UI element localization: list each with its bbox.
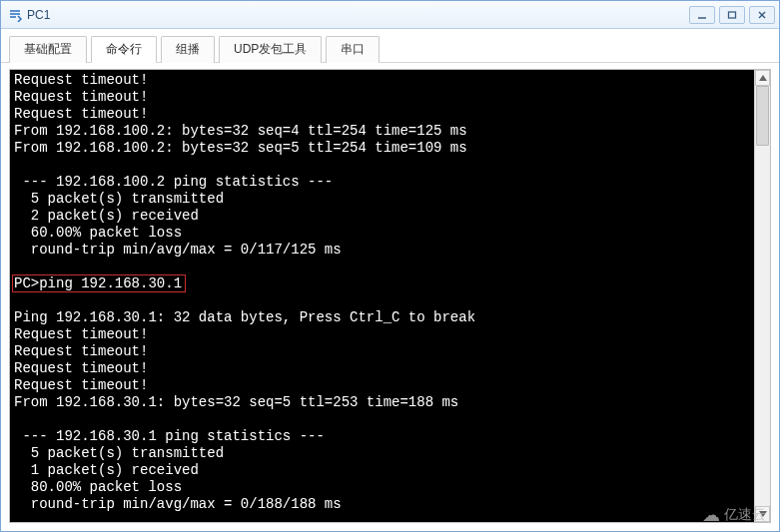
- terminal[interactable]: Request timeout! Request timeout! Reques…: [10, 70, 754, 522]
- svg-marker-4: [759, 75, 767, 81]
- scroll-thumb[interactable]: [756, 86, 769, 146]
- scroll-up-button[interactable]: [755, 70, 770, 86]
- app-icon: [7, 7, 23, 23]
- terminal-container: Request timeout! Request timeout! Reques…: [9, 69, 771, 523]
- tabbar: 基础配置 命令行 组播 UDP发包工具 串口: [1, 29, 779, 63]
- svg-marker-5: [759, 511, 767, 517]
- tab-basic-config[interactable]: 基础配置: [9, 36, 87, 63]
- close-button[interactable]: [749, 6, 775, 24]
- minimize-button[interactable]: [689, 6, 715, 24]
- command-highlight-box: [12, 274, 186, 292]
- titlebar: PC1: [1, 1, 779, 29]
- maximize-button[interactable]: [719, 6, 745, 24]
- window-title: PC1: [27, 8, 689, 22]
- app-window: PC1 基础配置 命令行 组播 UDP发包工具 串口 Request timeo…: [0, 0, 780, 532]
- tab-serial[interactable]: 串口: [326, 36, 380, 63]
- tab-command-line[interactable]: 命令行: [91, 36, 157, 63]
- svg-rect-1: [729, 12, 736, 18]
- tab-multicast[interactable]: 组播: [161, 36, 215, 63]
- window-buttons: [689, 6, 775, 24]
- scroll-down-button[interactable]: [755, 506, 770, 522]
- terminal-scrollbar[interactable]: [754, 70, 770, 522]
- tab-udp-tool[interactable]: UDP发包工具: [219, 36, 322, 63]
